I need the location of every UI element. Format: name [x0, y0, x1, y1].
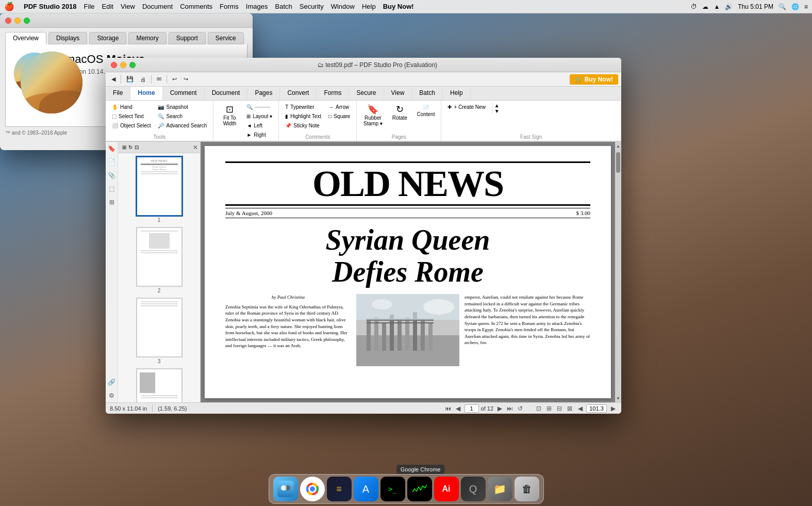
panel-icon1[interactable]: ⊞ [122, 144, 126, 150]
menubar-search[interactable]: 🔍 [778, 3, 786, 10]
sidebar-icon-link[interactable]: 🔗 [107, 378, 117, 387]
highlight-text-btn[interactable]: ▮ Highlight Text [282, 112, 324, 121]
menubar-edit[interactable]: Edit [102, 3, 113, 10]
ribbon-tab-comment[interactable]: Comment [163, 87, 205, 100]
search-btn[interactable]: 🔍 Search [155, 112, 210, 121]
ribbon-tab-document[interactable]: Document [205, 87, 248, 100]
sysprefs-tab-memory[interactable]: Memory [128, 32, 166, 44]
menubar-document[interactable]: Document [142, 3, 173, 10]
dock-stacksocial[interactable]: ≡ [327, 477, 352, 501]
menubar-comments[interactable]: Comments [180, 3, 212, 10]
zoom-grid[interactable]: ⊟ [555, 404, 564, 413]
sidebar-icon-layers[interactable]: ⬚ [107, 184, 117, 193]
select-text-btn[interactable]: ⬚ Select Text [109, 112, 154, 121]
arrow-btn[interactable]: → Arrow [325, 103, 353, 111]
menubar-help[interactable]: Help [362, 3, 376, 10]
fastsign-up-arrow[interactable]: ▲ [494, 103, 500, 108]
ribbon-tab-home[interactable]: Home [130, 87, 162, 100]
ribbon-tab-file[interactable]: File [106, 87, 130, 100]
buy-now-button[interactable]: 🛒 Buy Now! [570, 74, 618, 85]
content-btn[interactable]: 📄 Content [413, 103, 438, 119]
right-btn[interactable]: ► Right [243, 130, 275, 139]
panel-icon2[interactable]: ↻ [128, 144, 132, 150]
sidebar-icon-page[interactable]: 📄 [107, 157, 117, 167]
menubar-buynow[interactable]: Buy Now! [383, 3, 414, 10]
dock-adobe[interactable]: Ai [434, 477, 459, 501]
apple-menu[interactable]: 🍎 [4, 2, 14, 11]
dock-finder[interactable] [273, 477, 298, 501]
dock-actmon[interactable] [407, 477, 432, 501]
dock-chrome[interactable] [300, 477, 325, 501]
pdf-viewer[interactable]: OLD NEWS July & August, 2000 $ 3.00 Syri… [201, 142, 621, 402]
menubar-time-machine[interactable]: ⏱ [691, 3, 697, 10]
pdf-scrollbar[interactable]: ▲ ▼ [615, 142, 621, 402]
square-btn[interactable]: □ Square [325, 112, 353, 121]
menubar-security[interactable]: Security [300, 3, 324, 10]
nav-next[interactable]: ▶ [495, 404, 504, 413]
ribbon-tab-convert[interactable]: Convert [280, 87, 317, 100]
zoom-copy[interactable]: ⊞ [545, 404, 553, 413]
qb-print[interactable]: 🖨 [138, 75, 148, 84]
sticky-note-btn[interactable]: 📌 Sticky Note [282, 121, 324, 130]
menubar-arrowup[interactable]: ▲ [714, 3, 720, 10]
zoom-input-field[interactable] [586, 404, 607, 413]
ribbon-tab-secure[interactable]: Secure [349, 87, 384, 100]
object-select-btn[interactable]: ⬜ Object Select [109, 121, 154, 130]
fastsign-down-arrow[interactable]: ▼ [494, 108, 500, 114]
qb-email[interactable]: ✉ [154, 75, 164, 84]
panel-icon3[interactable]: ⊡ [135, 144, 139, 150]
sysprefs-tab-support[interactable]: Support [169, 32, 206, 44]
thumbnail-3[interactable]: 3 [121, 298, 197, 364]
qb-save[interactable]: 💾 [124, 75, 136, 84]
menubar-view[interactable]: View [121, 3, 135, 10]
qb-redo[interactable]: ↪ [181, 75, 191, 84]
menubar-images[interactable]: Images [246, 3, 268, 10]
scroll-down[interactable]: ▼ [615, 394, 621, 402]
left-btn[interactable]: ◄ Left [243, 121, 275, 130]
sysprefs-tab-storage[interactable]: Storage [89, 32, 126, 44]
create-new-btn[interactable]: ✚ + Create New [444, 103, 488, 111]
menubar-dropbox[interactable]: ☁ [702, 3, 708, 10]
ribbon-tab-batch[interactable]: Batch [412, 87, 443, 100]
zoom-dropdown-btn[interactable]: 🔍 [243, 103, 275, 111]
zoom-up[interactable]: ▶ [609, 404, 617, 413]
menubar-batch[interactable]: Batch [275, 3, 292, 10]
fit-to-width-btn[interactable]: ⊡ Fit ToWidth [217, 103, 242, 128]
sidebar-icon-bookmark[interactable]: 🔖 [107, 144, 117, 153]
nav-first[interactable]: ⏮ [444, 404, 452, 413]
pdfstudio-close[interactable] [111, 62, 117, 68]
sysprefs-tab-displays[interactable]: Displays [48, 32, 87, 44]
nav-page-input[interactable] [465, 404, 479, 413]
menubar-window[interactable]: Window [331, 3, 355, 10]
thumbnail-1[interactable]: OLD NEWS Syrian QueenDefies Rome 1 [121, 156, 197, 223]
menubar-volume[interactable]: 🔊 [725, 3, 733, 10]
zoom-input-field[interactable] [255, 107, 270, 108]
dock-appstore[interactable]: A [354, 477, 378, 501]
menubar-app-name[interactable]: PDF Studio 2018 [24, 3, 77, 10]
nav-last[interactable]: ⏭ [506, 404, 514, 413]
dock-terminal[interactable]: >_ [380, 477, 405, 501]
layout-btn[interactable]: ⊞ Layout ▾ [243, 112, 275, 121]
qb-back[interactable]: ◀ [109, 75, 118, 84]
scroll-thumb[interactable] [616, 152, 620, 173]
pdfstudio-minimize[interactable] [120, 62, 126, 68]
dock-qs[interactable]: Q [461, 477, 486, 501]
nav-refresh[interactable]: ↺ [516, 404, 524, 413]
sidebar-icon-grid[interactable]: ⊞ [107, 198, 117, 207]
panel-close-btn[interactable]: ✕ [193, 144, 198, 151]
sysprefs-tab-overview[interactable]: Overview [5, 32, 46, 44]
menubar-siri[interactable]: 🌐 [791, 3, 799, 10]
dock-trash[interactable]: 🗑 [515, 477, 539, 501]
ribbon-tab-view[interactable]: View [384, 87, 412, 100]
scroll-up[interactable]: ▲ [615, 142, 621, 150]
sysprefs-close[interactable] [5, 18, 11, 24]
hand-tool-btn[interactable]: ✋ Hand [109, 103, 154, 111]
rotate-btn[interactable]: ↻ Rotate [387, 103, 412, 123]
zoom-fit[interactable]: ⊠ [566, 404, 574, 413]
menubar-forms[interactable]: Forms [220, 3, 239, 10]
thumbnail-4[interactable]: 4 [121, 368, 197, 402]
typewriter-btn[interactable]: T Typewriter [282, 103, 324, 111]
menubar-file[interactable]: File [84, 3, 95, 10]
snapshot-btn[interactable]: 📷 Snapshot [155, 103, 210, 111]
sidebar-icon-settings[interactable]: ⚙ [107, 391, 117, 400]
